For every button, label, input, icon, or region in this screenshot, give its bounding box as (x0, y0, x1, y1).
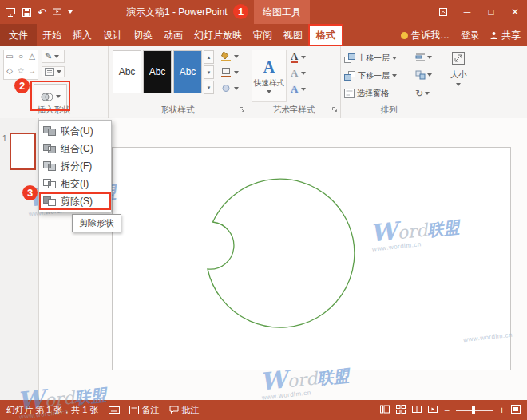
comments-button[interactable]: 批注 (169, 404, 200, 416)
tell-me-box[interactable]: 告诉我… (396, 29, 454, 42)
normal-view-icon[interactable] (380, 405, 390, 415)
zoom-in-button[interactable]: + (499, 406, 505, 415)
input-method-icon[interactable] (109, 406, 120, 414)
shape-style-preset[interactable]: Abc (143, 50, 172, 93)
slide-counter: 幻灯片 第 1 张，共 1 张 (6, 404, 99, 416)
dialog-launcher-icon[interactable] (331, 101, 338, 116)
ribbon-options-icon[interactable] (431, 0, 455, 24)
tooltip: 剪除形状 (72, 214, 121, 232)
menu-item-subtract[interactable]: 剪除(S) (39, 192, 111, 210)
share-button[interactable]: 共享 (486, 29, 527, 42)
text-fill-button[interactable]: A (291, 51, 334, 64)
rotate-button[interactable]: ↻ (415, 88, 430, 99)
shape-outline-button[interactable] (219, 65, 244, 79)
slide-thumbnail-panel: 1 (0, 118, 39, 400)
slide-sorter-icon[interactable] (396, 405, 406, 415)
group-objects-button[interactable] (415, 70, 432, 80)
close-button[interactable]: ✕ (503, 0, 527, 24)
edit-shape-button[interactable]: ✎ (42, 50, 65, 63)
size-button[interactable]: 大小 (438, 50, 479, 86)
title-bar: ↶ 演示文稿1 - PowerPoint 绘图工具 ─ □ ✕ (0, 0, 527, 24)
shape-glyph[interactable]: ☆ (15, 65, 26, 79)
tab-transitions[interactable]: 切换 (128, 24, 158, 46)
quick-styles-button[interactable]: A 快速样式 (252, 50, 287, 102)
send-backward-button[interactable]: 下移一层 (344, 70, 397, 81)
chevron-down-icon (267, 90, 271, 93)
lightbulb-icon (401, 32, 408, 39)
tab-format[interactable]: 格式 (308, 24, 343, 46)
shape-glyph[interactable]: △ (26, 50, 38, 65)
shape-glyph[interactable]: ◇ (4, 65, 15, 79)
merge-shapes-icon (41, 92, 53, 102)
start-slideshow-icon[interactable] (52, 7, 62, 18)
group-wordart-styles: A 快速样式 A A A 艺术字样式 (248, 46, 341, 118)
shape-glyph[interactable]: → (26, 65, 38, 79)
zoom-slider[interactable] (456, 410, 493, 411)
slideshow-view-icon[interactable] (428, 405, 438, 415)
shape-style-preset[interactable]: Abc (113, 50, 141, 93)
minimize-button[interactable]: ─ (455, 0, 479, 24)
shape-fill-icon (220, 51, 232, 61)
tab-review[interactable]: 审阅 (248, 24, 278, 46)
bring-forward-button[interactable]: 上移一层 (344, 53, 397, 64)
text-effects-button[interactable]: A (291, 83, 334, 96)
shape-glyph[interactable]: ▭ (4, 50, 15, 65)
shape-fill-button[interactable] (219, 50, 244, 63)
text-outline-button[interactable]: A (291, 67, 334, 80)
undo-icon[interactable]: ↶ (38, 6, 46, 18)
slide-canvas[interactable] (112, 147, 511, 370)
tab-slideshow[interactable]: 幻灯片放映 (188, 24, 248, 46)
gallery-more-button[interactable]: ▾ (204, 81, 214, 94)
slide-thumbnail[interactable] (10, 133, 36, 170)
sign-in-button[interactable]: 登录 (454, 29, 486, 42)
align-button[interactable] (415, 53, 432, 62)
shape-effects-button[interactable] (219, 81, 244, 95)
window-controls: ─ □ ✕ (431, 0, 527, 24)
selection-pane-button[interactable]: 选择窗格 (344, 88, 389, 99)
menu-item-intersect[interactable]: 相交(I) (39, 175, 111, 192)
chevron-down-icon (427, 73, 432, 77)
gallery-scroll-down[interactable]: ▾ (204, 65, 214, 79)
gallery-scroll-up[interactable]: ▴ (204, 50, 214, 64)
ribbon: ▭ ○ △ ◇ ☆ → ✎ 插入形状 (0, 46, 527, 119)
shape-glyph[interactable]: ○ (15, 50, 26, 65)
zoom-slider-knob[interactable] (472, 406, 475, 414)
notes-button[interactable]: 备注 (129, 404, 160, 416)
shape-outline-icon (220, 67, 232, 77)
group-shape-styles: Abc Abc Abc ▴ ▾ ▾ (108, 46, 248, 118)
fit-to-window-icon[interactable] (511, 405, 521, 415)
chevron-down-icon (234, 71, 239, 74)
annotation-circle-2: 2 (14, 78, 30, 93)
annotation-circle-3: 3 (22, 185, 38, 200)
presentation-icon[interactable] (5, 7, 16, 18)
menu-item-label: 组合(C) (61, 142, 93, 156)
dialog-launcher-icon[interactable] (239, 101, 245, 116)
customize-qat-icon[interactable] (68, 10, 73, 14)
shape-style-preset[interactable]: Abc (173, 50, 202, 93)
tab-view[interactable]: 视图 (278, 24, 308, 46)
menu-item-label: 剪除(S) (61, 195, 93, 208)
menu-item-union[interactable]: 联合(U) (39, 122, 111, 140)
chevron-down-icon (56, 95, 61, 98)
maximize-button[interactable]: □ (479, 0, 503, 24)
menu-item-combine[interactable]: 组合(C) (39, 140, 111, 157)
text-box-button[interactable] (42, 66, 65, 77)
group-label-shape-styles: 形状样式 (108, 105, 248, 116)
notched-circle-shape[interactable] (113, 148, 510, 370)
tab-design[interactable]: 设计 (97, 24, 128, 46)
save-icon[interactable] (22, 7, 32, 18)
zoom-out-button[interactable]: − (444, 406, 450, 415)
ribbon-tab-bar: 文件 开始 插入 设计 切换 动画 幻灯片放映 审阅 视图 格式 告诉我… 登录… (0, 24, 527, 46)
shapes-gallery[interactable]: ▭ ○ △ ◇ ☆ → (3, 50, 38, 80)
chevron-down-icon (57, 70, 61, 73)
size-label: 大小 (450, 69, 467, 81)
tab-animations[interactable]: 动画 (158, 24, 188, 46)
menu-item-fragment[interactable]: 拆分(F) (39, 157, 111, 175)
tab-insert[interactable]: 插入 (67, 24, 97, 46)
notched-circle-path[interactable] (208, 179, 355, 327)
send-backward-icon (344, 71, 355, 81)
reading-view-icon[interactable] (412, 405, 422, 415)
tab-home[interactable]: 开始 (37, 24, 67, 46)
tab-file[interactable]: 文件 (0, 24, 37, 46)
chevron-down-icon (425, 92, 430, 95)
